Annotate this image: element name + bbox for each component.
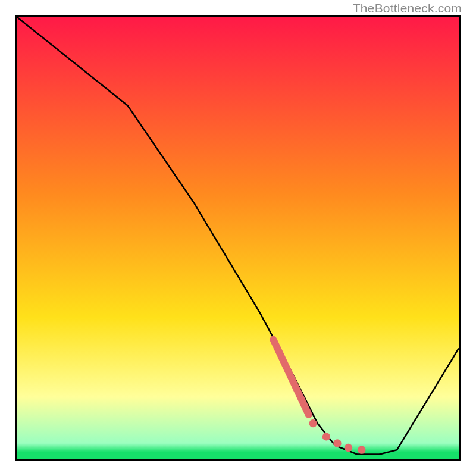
watermark-label: TheBottleneck.com (353, 1, 462, 15)
highlight-dot (333, 439, 341, 447)
highlight-dot (309, 419, 317, 427)
plot-area (15, 15, 461, 461)
highlight-dot (322, 433, 330, 440)
highlight-dot (358, 446, 365, 453)
bottleneck-curve (17, 17, 459, 455)
chart-frame: TheBottleneck.com (0, 0, 476, 476)
highlight-dot (345, 444, 352, 452)
curve-layer (17, 17, 459, 459)
highlight-segment (273, 340, 308, 415)
